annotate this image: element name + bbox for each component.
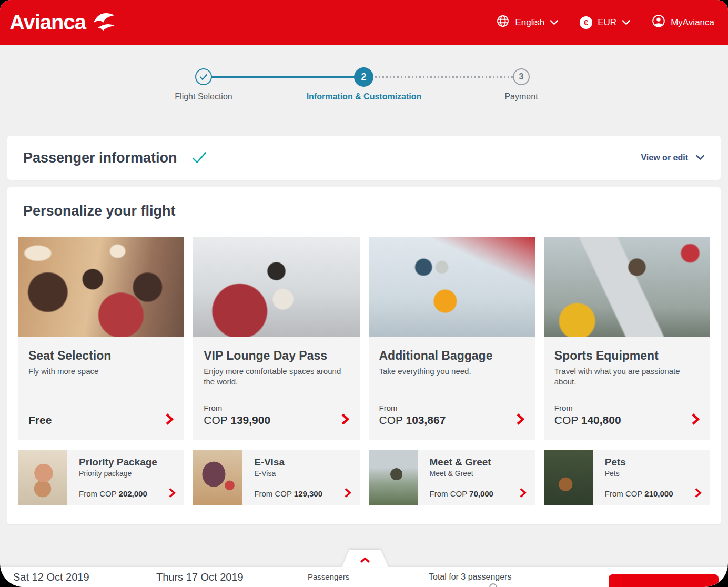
chevron-right-icon[interactable]	[168, 488, 176, 498]
step-number: 2	[361, 72, 366, 83]
chevron-right-icon[interactable]	[519, 488, 527, 498]
booking-progress-stepper: 2 3 Flight Selection Information & Custo…	[0, 45, 728, 136]
card-title: Sports Equipment	[554, 349, 700, 363]
vip-lounge-card[interactable]: VIP Lounge Day Pass Enjoy more comfortab…	[193, 237, 359, 440]
mini-price-row: From COP 202,000	[79, 488, 176, 499]
price-from-label: From	[379, 403, 446, 412]
currency-selector[interactable]: € EUR	[580, 16, 631, 29]
mini-price-row: From COP 70,000	[430, 488, 527, 499]
card-description: Take everything you need.	[379, 366, 524, 377]
mini-card-title: E-Visa	[254, 457, 351, 468]
chevron-right-icon[interactable]	[344, 488, 351, 498]
summary-expand-notch-wrap	[342, 550, 388, 567]
mini-card-title: Pets	[605, 457, 702, 468]
booking-page: Avianca English	[0, 0, 728, 587]
step-flight-selection-circle[interactable]	[195, 68, 212, 85]
check-icon	[192, 151, 207, 164]
airport-luggage-cart-photo	[369, 237, 535, 337]
passenger-information-panel: Passenger information View or edit	[7, 136, 721, 180]
price-value: COP 103,867	[379, 414, 446, 427]
view-or-edit-control[interactable]: View or edit	[641, 153, 705, 163]
e-visa-card[interactable]: E-Visa E-Visa From COP 129,300	[193, 450, 359, 505]
mini-price-row: From COP 129,300	[254, 488, 351, 499]
step-label-flight-selection[interactable]: Flight Selection	[175, 92, 232, 102]
chevron-down-icon	[622, 19, 631, 25]
mini-card-subtitle: Meet & Greet	[430, 469, 527, 478]
hands-gift-photo	[18, 450, 67, 505]
currency-label: EUR	[598, 17, 616, 28]
chevron-right-icon[interactable]	[694, 488, 702, 498]
cabin-passengers-photo	[18, 237, 184, 337]
pets-card[interactable]: Pets Pets From COP 210,000	[544, 450, 710, 505]
mini-card-body: Priority Package Priority package From C…	[67, 450, 184, 505]
card-body: VIP Lounge Day Pass Enjoy more comfortab…	[193, 337, 359, 440]
account-menu[interactable]: MyAvianca	[652, 14, 714, 31]
view-or-edit-link[interactable]: View or edit	[641, 153, 688, 163]
language-label: English	[515, 17, 544, 28]
continue-button[interactable]	[609, 574, 719, 587]
seat-selection-card[interactable]: Seat Selection Fly with more space Free	[18, 237, 184, 440]
personalize-flight-panel: Personalize your flight Seat Selection F…	[7, 187, 721, 524]
price-from-label: From	[554, 403, 621, 412]
passenger-information-title: Passenger information	[23, 150, 177, 166]
mini-price-value: From COP 202,000	[79, 489, 147, 498]
chevron-down-icon	[550, 19, 559, 25]
avianca-condor-icon	[89, 10, 116, 35]
personalize-flight-title: Personalize your flight	[23, 203, 710, 219]
card-description: Enjoy more comfortable spaces around the…	[204, 366, 349, 387]
mini-card-body: E-Visa E-Visa From COP 129,300	[242, 450, 359, 505]
card-description: Fly with more space	[28, 366, 174, 377]
mini-card-subtitle: E-Visa	[254, 469, 351, 478]
user-icon	[652, 14, 665, 31]
account-label: MyAvianca	[671, 17, 714, 28]
chevron-right-icon[interactable]	[165, 413, 174, 426]
mini-addon-cards-grid: Priority Package Priority package From C…	[18, 450, 710, 505]
card-title: VIP Lounge Day Pass	[204, 349, 349, 363]
step-number: 3	[519, 72, 524, 82]
hiker-mountains-photo	[369, 450, 418, 505]
passport-toy-plane-photo	[193, 450, 242, 505]
avianca-logo-text: Avianca	[9, 11, 86, 34]
meet-and-greet-card[interactable]: Meet & Greet Meet & Greet From COP 70,00…	[369, 450, 535, 505]
additional-baggage-card[interactable]: Additional Baggage Take everything you n…	[369, 237, 535, 440]
step-label-information: Information & Customization	[307, 92, 422, 102]
chevron-down-icon	[695, 153, 705, 163]
sports-equipment-card[interactable]: Sports Equipment Travel with what you ar…	[544, 237, 710, 440]
mini-card-body: Meet & Greet Meet & Greet From COP 70,00…	[418, 450, 535, 505]
passengers-label: Passengers	[308, 567, 349, 587]
chevron-right-icon[interactable]	[691, 413, 700, 426]
price-from-label: From	[204, 403, 270, 412]
return-date: Thurs 17 Oct 2019	[156, 567, 244, 587]
globe-icon	[496, 14, 510, 31]
dog-forest-photo	[544, 450, 593, 505]
avianca-logo[interactable]: Avianca	[9, 10, 116, 35]
stepper-line-upcoming	[375, 76, 514, 78]
mini-card-subtitle: Priority package	[79, 469, 176, 478]
step-information-circle[interactable]: 2	[354, 67, 373, 87]
summary-expand-toggle[interactable]	[342, 550, 388, 567]
priority-package-card[interactable]: Priority Package Priority package From C…	[18, 450, 184, 505]
price-value: Free	[28, 414, 52, 427]
total-label: Total for 3 passengers	[429, 567, 511, 587]
price-value: COP 139,900	[204, 414, 270, 427]
euro-icon: €	[580, 16, 592, 29]
chevron-right-icon[interactable]	[341, 413, 349, 426]
price-row: From COP 103,867	[379, 403, 524, 427]
language-selector[interactable]: English	[496, 14, 559, 31]
chevron-right-icon[interactable]	[516, 413, 524, 426]
mini-card-title: Priority Package	[79, 457, 176, 468]
card-body: Seat Selection Fly with more space Free	[18, 337, 184, 440]
lounge-woman-reading-photo	[193, 237, 359, 337]
man-surfboard-bag-photo	[544, 237, 710, 337]
mini-card-title: Meet & Greet	[430, 457, 527, 468]
card-body: Additional Baggage Take everything you n…	[369, 337, 535, 440]
price-row: From COP 140,800	[554, 403, 700, 427]
stepper-line-complete	[211, 76, 356, 78]
card-title: Additional Baggage	[379, 349, 524, 363]
card-description: Travel with what you are passionate abou…	[554, 366, 700, 387]
step-payment-circle[interactable]: 3	[513, 68, 530, 85]
card-body: Sports Equipment Travel with what you ar…	[544, 337, 710, 440]
price-row: Free	[28, 412, 174, 427]
check-icon	[199, 74, 208, 80]
price-row: From COP 139,900	[204, 403, 349, 427]
